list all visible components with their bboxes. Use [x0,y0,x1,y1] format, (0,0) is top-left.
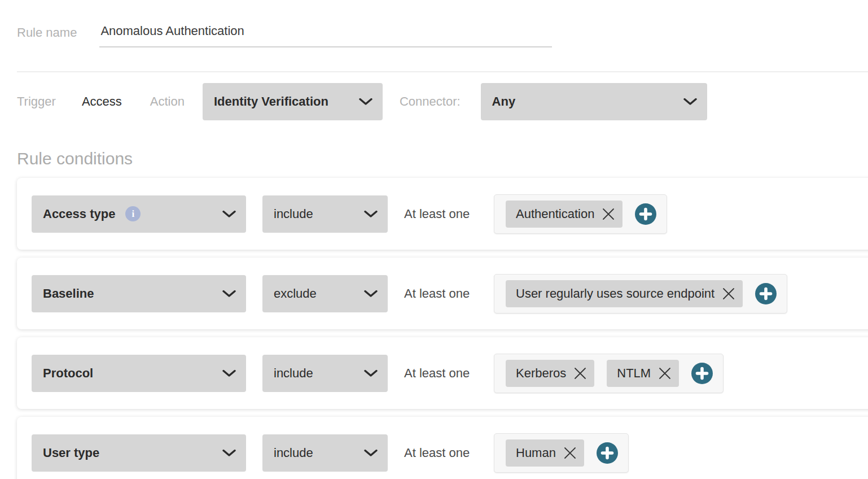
rule-name-label: Rule name [17,24,77,40]
tag: User regularly uses source endpoint [506,280,743,307]
action-label: Action [150,94,185,109]
chevron-down-icon [222,210,236,217]
tag-container: Kerberos NTLM [494,354,724,393]
condition-field-dropdown[interactable]: User type [32,434,246,472]
chevron-down-icon [222,369,236,377]
close-icon[interactable] [601,207,616,221]
chevron-down-icon [364,369,378,377]
chevron-down-icon [222,449,236,456]
rule-conditions-heading: Rule conditions [17,149,868,169]
condition-operator-dropdown[interactable]: exclude [262,275,388,312]
tag-label: Kerberos [516,366,566,381]
close-icon[interactable] [563,446,577,460]
conditions-list: Access type i include At least one Authe… [0,178,868,479]
condition-operator-dropdown[interactable]: include [262,434,388,472]
action-dropdown[interactable]: Identity Verification [203,83,383,120]
tag: Kerberos [506,360,594,387]
condition-operator-dropdown[interactable]: include [262,355,388,392]
condition-operator-label: include [274,446,313,460]
chevron-down-icon [359,98,372,106]
condition-operator-label: include [274,207,313,221]
condition-field-dropdown[interactable]: Protocol [32,355,246,392]
plus-icon [755,283,777,304]
condition-card: Access type i include At least one Authe… [17,178,868,250]
trigger-label: Trigger [17,94,56,109]
add-value-button[interactable] [597,442,618,464]
condition-field-dropdown[interactable]: Baseline [32,275,246,312]
condition-card: Protocol include At least one Kerberos N… [17,337,868,409]
info-icon[interactable]: i [125,206,141,221]
close-icon[interactable] [721,286,736,301]
add-value-button[interactable] [755,283,777,304]
quantifier-label: At least one [404,366,494,381]
condition-field-label: Protocol [43,366,93,381]
connector-dropdown-value: Any [492,94,516,109]
chevron-down-icon [364,290,378,297]
condition-field-label: Baseline [43,286,94,301]
tag-container: User regularly uses source endpoint [494,274,787,313]
rule-name-input[interactable] [99,24,552,47]
chevron-down-icon [364,210,378,217]
add-value-button[interactable] [635,203,656,225]
section-divider [17,71,868,72]
condition-field-label: User type [43,446,99,460]
rule-name-row: Rule name [0,0,868,47]
quantifier-label: At least one [404,207,494,221]
condition-card: User type include At least one Human [17,417,868,479]
action-dropdown-value: Identity Verification [214,94,328,109]
quantifier-label: At least one [404,286,494,301]
connector-dropdown[interactable]: Any [481,83,707,120]
plus-icon [597,442,618,464]
quantifier-label: At least one [404,446,494,460]
tag: NTLM [607,360,679,387]
add-value-button[interactable] [691,363,713,384]
trigger-row: Trigger Access Action Identity Verificat… [0,83,868,120]
tag-label: NTLM [617,366,651,381]
plus-icon [635,203,656,225]
tag-label: User regularly uses source endpoint [516,286,714,301]
tag-label: Human [516,446,556,460]
tag-container: Human [494,433,629,473]
condition-field-label: Access type [43,207,115,221]
tag-container: Authentication [494,194,667,234]
plus-icon [691,363,713,384]
chevron-down-icon [683,98,697,106]
condition-operator-dropdown[interactable]: include [262,195,388,233]
chevron-down-icon [364,449,378,456]
close-icon[interactable] [657,366,672,381]
condition-field-dropdown[interactable]: Access type i [32,195,246,233]
condition-operator-label: include [274,366,313,381]
trigger-value: Access [82,94,122,109]
condition-card: Baseline exclude At least one User regul… [17,258,868,329]
chevron-down-icon [222,290,236,297]
connector-label: Connector: [400,94,461,109]
close-icon[interactable] [573,366,588,381]
condition-operator-label: exclude [274,286,317,301]
tag: Authentication [506,201,622,228]
tag-label: Authentication [516,207,594,221]
tag: Human [506,439,584,467]
